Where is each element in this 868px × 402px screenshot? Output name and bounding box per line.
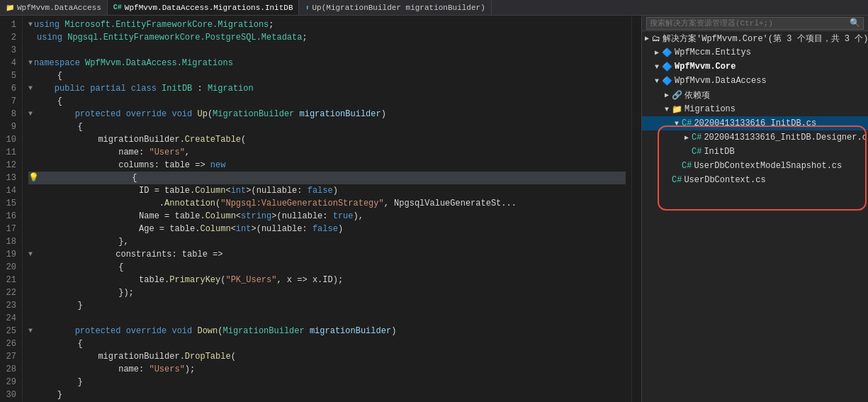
search-input[interactable] bbox=[650, 19, 850, 28]
tree-arrow-n6[interactable]: ▼ bbox=[662, 106, 672, 113]
line-number-4: 4 bbox=[3, 57, 16, 69]
line-numbers: 1234567891011121314151617181920212223242… bbox=[0, 16, 23, 402]
tree-icon-n8: C# bbox=[692, 133, 701, 143]
tree-item-n4[interactable]: ▼🔷WpfMvvm.DataAccess bbox=[642, 74, 868, 88]
code-line-9: { bbox=[28, 121, 626, 133]
tree-label-n7: 20200413133616_InitDB.cs bbox=[694, 118, 816, 128]
code-line-17: Age = table.Column<int>(nullable: false) bbox=[28, 223, 626, 235]
code-line-15: .Annotation("Npgsql:ValueGenerationStrat… bbox=[28, 197, 626, 210]
line-number-26: 26 bbox=[3, 337, 16, 350]
tab-folder-label: WpfMvvm.DataAccess bbox=[17, 4, 101, 12]
search-box[interactable]: 🔍 bbox=[646, 17, 864, 30]
tree-label-n9: InitDB bbox=[704, 147, 734, 157]
collapse-btn-4[interactable]: ▼ bbox=[28, 57, 33, 69]
tree-arrow-n2[interactable]: ▶ bbox=[652, 48, 662, 57]
code-line-30: } bbox=[28, 389, 626, 401]
tree-label-n3: WpfMvvm.Core bbox=[675, 62, 735, 72]
tab-initdb-label: WpfMvvm.DataAccess.Migrations.InitDB bbox=[125, 4, 293, 12]
tab-up-method[interactable]: ⬆ Up(MigrationBuilder migrationBuilder) bbox=[299, 0, 491, 15]
tree-arrow-n7[interactable]: ▼ bbox=[672, 120, 682, 128]
code-editor: 1234567891011121314151617181920212223242… bbox=[0, 16, 641, 402]
tree-item-n3[interactable]: ▼🔷WpfMvvm.Core bbox=[642, 60, 868, 74]
tree-item-n7[interactable]: ▼C#20200413133616_InitDB.cs bbox=[642, 116, 868, 130]
line-number-6: 6 bbox=[3, 82, 16, 95]
code-line-22: }); bbox=[28, 286, 626, 299]
tree-item-n10[interactable]: C#UserDbContextModelSnapshot.cs bbox=[642, 159, 868, 173]
code-line-6: ▼ public partial class InitDB : Migratio… bbox=[28, 82, 626, 95]
code-line-2: using Npgsql.EntityFrameworkCore.Postgre… bbox=[28, 31, 626, 44]
line-number-23: 23 bbox=[3, 299, 16, 312]
code-line-25: ▼ protected override void Down(Migration… bbox=[28, 325, 626, 337]
tree-arrow-n5[interactable]: ▶ bbox=[662, 91, 672, 99]
line-number-16: 16 bbox=[3, 210, 16, 223]
line-number-17: 17 bbox=[3, 223, 16, 235]
line-number-28: 28 bbox=[3, 363, 16, 376]
tree-item-n6[interactable]: ▼📁Migrations bbox=[642, 102, 868, 116]
code-line-3 bbox=[28, 44, 626, 57]
line-number-8: 8 bbox=[3, 108, 16, 121]
line-number-2: 2 bbox=[3, 31, 16, 44]
collapse-btn-19[interactable]: ▼ bbox=[28, 248, 33, 261]
line-number-29: 29 bbox=[3, 376, 16, 389]
code-line-11: name: "Users", bbox=[28, 146, 626, 159]
line-number-21: 21 bbox=[3, 274, 16, 286]
line-number-14: 14 bbox=[3, 184, 16, 197]
tree-item-n5[interactable]: ▶🔗依赖项 bbox=[642, 88, 868, 102]
scroll-gutter[interactable] bbox=[631, 16, 641, 402]
tree-item-n9[interactable]: C#InitDB bbox=[642, 145, 868, 159]
line-number-9: 9 bbox=[3, 121, 16, 133]
tree-label-n10: UserDbContextModelSnapshot.cs bbox=[694, 161, 842, 171]
collapse-btn-25[interactable]: ▼ bbox=[28, 325, 33, 337]
line-number-13: 13 bbox=[3, 172, 16, 184]
line-number-12: 12 bbox=[3, 159, 16, 172]
tree-icon-n11: C# bbox=[672, 175, 682, 185]
tree-item-n11[interactable]: C#UserDbContext.cs bbox=[642, 173, 868, 187]
tab-initdb[interactable]: C# WpfMvvm.DataAccess.Migrations.InitDB bbox=[108, 0, 300, 15]
tree-label-n8: 20200413133616_InitDB.Designer.cs bbox=[704, 133, 868, 143]
tree-label-n6: Migrations bbox=[684, 104, 735, 114]
tree-icon-n9: C# bbox=[692, 147, 701, 157]
cs-icon-tab2: C# bbox=[113, 4, 122, 11]
code-line-18: }, bbox=[28, 235, 626, 248]
line-number-11: 11 bbox=[3, 146, 16, 159]
code-line-27: migrationBuilder.DropTable( bbox=[28, 350, 626, 363]
tree-icon-n2: 🔷 bbox=[662, 48, 672, 58]
tree-item-n2[interactable]: ▶🔷WpfMccm.Entitys bbox=[642, 45, 868, 60]
collapse-btn-6[interactable]: ▼ bbox=[28, 82, 33, 95]
code-line-13: 💡 { bbox=[28, 172, 626, 184]
search-icon: 🔍 bbox=[850, 18, 860, 28]
collapse-btn-1[interactable]: ▼ bbox=[28, 18, 33, 31]
tree-icon-n7: C# bbox=[682, 118, 692, 128]
code-line-10: migrationBuilder.CreateTable( bbox=[28, 133, 626, 146]
line-number-20: 20 bbox=[3, 261, 16, 274]
line-number-3: 3 bbox=[3, 44, 16, 57]
code-line-19: ▼ constraints: table => bbox=[28, 248, 626, 261]
solution-explorer: 🔍 ▶🗂解决方案'WpfMvvm.Core'(第 3 个项目，共 3 个)▶🔷W… bbox=[641, 16, 868, 402]
tree-item-n1[interactable]: ▶🗂解决方案'WpfMvvm.Core'(第 3 个项目，共 3 个) bbox=[642, 31, 868, 45]
line-number-7: 7 bbox=[3, 95, 16, 108]
tree-label-n4: WpfMvvm.DataAccess bbox=[675, 76, 767, 86]
code-content[interactable]: ▼using Microsoft.EntityFrameworkCore.Mig… bbox=[23, 16, 631, 402]
line-number-30: 30 bbox=[3, 389, 16, 401]
collapse-btn-8[interactable]: ▼ bbox=[28, 108, 33, 121]
line-number-27: 27 bbox=[3, 350, 16, 363]
solution-tree: ▶🗂解决方案'WpfMvvm.Core'(第 3 个项目，共 3 个)▶🔷Wpf… bbox=[642, 31, 868, 402]
tree-arrow-n8[interactable]: ▶ bbox=[682, 133, 692, 142]
code-line-28: name: "Users"); bbox=[28, 363, 626, 376]
tab-up-label: Up(MigrationBuilder migrationBuilder) bbox=[312, 4, 485, 12]
tree-icon-n4: 🔷 bbox=[662, 76, 672, 86]
tree-arrow-n4[interactable]: ▼ bbox=[652, 77, 662, 85]
line-number-19: 19 bbox=[3, 248, 16, 261]
tree-label-n1: 解决方案'WpfMvvm.Core'(第 3 个项目，共 3 个) bbox=[663, 33, 868, 45]
line-number-25: 25 bbox=[3, 325, 16, 337]
tree-arrow-n3[interactable]: ▼ bbox=[652, 63, 662, 71]
hint-icon: 💡 bbox=[28, 172, 39, 184]
line-number-5: 5 bbox=[3, 69, 16, 82]
title-bar: 📁 WpfMvvm.DataAccess C# WpfMvvm.DataAcce… bbox=[0, 0, 868, 16]
tree-item-n8[interactable]: ▶C#20200413133616_InitDB.Designer.cs bbox=[642, 130, 868, 145]
folder-icon: 📁 bbox=[6, 4, 14, 12]
tree-label-n5: 依赖项 bbox=[684, 89, 710, 101]
tree-icon-n5: 🔗 bbox=[672, 90, 682, 101]
tree-arrow-n1[interactable]: ▶ bbox=[642, 34, 652, 43]
tab-folder[interactable]: 📁 WpfMvvm.DataAccess bbox=[0, 0, 108, 15]
